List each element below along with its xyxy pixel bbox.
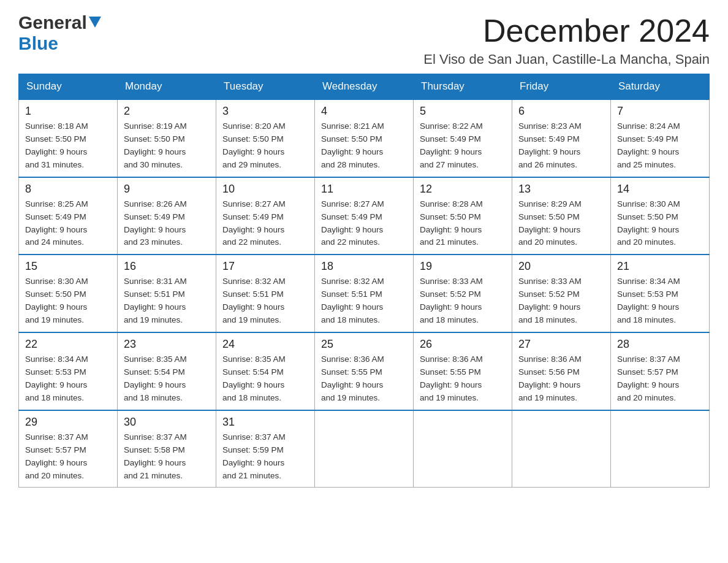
page-header: General Blue December 2024 El Viso de Sa… [18,12,710,67]
svg-marker-0 [89,17,101,28]
calendar-week-row: 8 Sunrise: 8:25 AM Sunset: 5:49 PM Dayli… [19,177,710,255]
day-info: Sunrise: 8:31 AM Sunset: 5:51 PM Dayligh… [124,275,210,327]
col-saturday: Saturday [611,74,710,100]
day-number: 12 [420,183,506,196]
day-info: Sunrise: 8:37 AM Sunset: 5:57 PM Dayligh… [617,353,703,405]
calendar-week-row: 22 Sunrise: 8:34 AM Sunset: 5:53 PM Dayl… [19,332,710,410]
day-number: 4 [321,105,407,118]
day-info: Sunrise: 8:25 AM Sunset: 5:49 PM Dayligh… [25,198,111,250]
day-number: 11 [321,183,407,196]
day-info: Sunrise: 8:32 AM Sunset: 5:51 PM Dayligh… [321,275,407,327]
calendar-table: Sunday Monday Tuesday Wednesday Thursday… [18,74,710,488]
day-info: Sunrise: 8:36 AM Sunset: 5:55 PM Dayligh… [420,353,506,405]
day-info: Sunrise: 8:37 AM Sunset: 5:58 PM Dayligh… [124,431,210,483]
day-info: Sunrise: 8:30 AM Sunset: 5:50 PM Dayligh… [617,198,703,250]
calendar-day-cell [512,410,611,488]
calendar-week-row: 1 Sunrise: 8:18 AM Sunset: 5:50 PM Dayli… [19,99,710,177]
day-number: 30 [124,416,210,429]
calendar-day-cell: 3 Sunrise: 8:20 AM Sunset: 5:50 PM Dayli… [216,99,315,177]
day-number: 8 [25,183,111,196]
calendar-week-row: 15 Sunrise: 8:30 AM Sunset: 5:50 PM Dayl… [19,255,710,332]
day-number: 20 [518,260,604,273]
calendar-day-cell: 31 Sunrise: 8:37 AM Sunset: 5:59 PM Dayl… [216,410,315,488]
day-number: 1 [25,105,111,118]
calendar-day-cell: 28 Sunrise: 8:37 AM Sunset: 5:57 PM Dayl… [611,332,710,410]
col-tuesday: Tuesday [216,74,315,100]
calendar-day-cell: 24 Sunrise: 8:35 AM Sunset: 5:54 PM Dayl… [216,332,315,410]
calendar-day-cell: 27 Sunrise: 8:36 AM Sunset: 5:56 PM Dayl… [512,332,611,410]
day-info: Sunrise: 8:21 AM Sunset: 5:50 PM Dayligh… [321,120,407,172]
day-number: 24 [222,338,308,351]
day-number: 27 [518,338,604,351]
month-title: December 2024 [423,12,710,49]
calendar-day-cell: 4 Sunrise: 8:21 AM Sunset: 5:50 PM Dayli… [315,99,414,177]
day-info: Sunrise: 8:34 AM Sunset: 5:53 PM Dayligh… [25,353,111,405]
col-wednesday: Wednesday [315,74,414,100]
calendar-day-cell: 11 Sunrise: 8:27 AM Sunset: 5:49 PM Dayl… [315,177,414,255]
calendar-day-cell: 20 Sunrise: 8:33 AM Sunset: 5:52 PM Dayl… [512,255,611,332]
day-info: Sunrise: 8:37 AM Sunset: 5:57 PM Dayligh… [25,431,111,483]
day-number: 28 [617,338,703,351]
calendar-day-cell: 18 Sunrise: 8:32 AM Sunset: 5:51 PM Dayl… [315,255,414,332]
calendar-day-cell: 10 Sunrise: 8:27 AM Sunset: 5:49 PM Dayl… [216,177,315,255]
day-number: 9 [124,183,210,196]
day-info: Sunrise: 8:27 AM Sunset: 5:49 PM Dayligh… [321,198,407,250]
day-number: 23 [124,338,210,351]
calendar-day-cell: 19 Sunrise: 8:33 AM Sunset: 5:52 PM Dayl… [414,255,512,332]
day-number: 3 [222,105,308,118]
calendar-day-cell: 12 Sunrise: 8:28 AM Sunset: 5:50 PM Dayl… [414,177,512,255]
day-info: Sunrise: 8:37 AM Sunset: 5:59 PM Dayligh… [222,431,308,483]
day-info: Sunrise: 8:35 AM Sunset: 5:54 PM Dayligh… [124,353,210,405]
calendar-day-cell: 29 Sunrise: 8:37 AM Sunset: 5:57 PM Dayl… [19,410,118,488]
day-info: Sunrise: 8:32 AM Sunset: 5:51 PM Dayligh… [222,275,308,327]
calendar-day-cell [611,410,710,488]
calendar-day-cell: 7 Sunrise: 8:24 AM Sunset: 5:49 PM Dayli… [611,99,710,177]
calendar-day-cell: 1 Sunrise: 8:18 AM Sunset: 5:50 PM Dayli… [19,99,118,177]
calendar-day-cell: 9 Sunrise: 8:26 AM Sunset: 5:49 PM Dayli… [118,177,216,255]
calendar-day-cell: 6 Sunrise: 8:23 AM Sunset: 5:49 PM Dayli… [512,99,611,177]
calendar-day-cell [315,410,414,488]
day-info: Sunrise: 8:19 AM Sunset: 5:50 PM Dayligh… [124,120,210,172]
calendar-day-cell: 13 Sunrise: 8:29 AM Sunset: 5:50 PM Dayl… [512,177,611,255]
day-number: 21 [617,260,703,273]
day-number: 14 [617,183,703,196]
day-number: 25 [321,338,407,351]
day-number: 19 [420,260,506,273]
day-number: 15 [25,260,111,273]
day-info: Sunrise: 8:33 AM Sunset: 5:52 PM Dayligh… [420,275,506,327]
day-info: Sunrise: 8:30 AM Sunset: 5:50 PM Dayligh… [25,275,111,327]
calendar-day-cell: 21 Sunrise: 8:34 AM Sunset: 5:53 PM Dayl… [611,255,710,332]
logo-general-text: General [18,12,87,33]
calendar-day-cell: 25 Sunrise: 8:36 AM Sunset: 5:55 PM Dayl… [315,332,414,410]
day-info: Sunrise: 8:20 AM Sunset: 5:50 PM Dayligh… [222,120,308,172]
day-info: Sunrise: 8:24 AM Sunset: 5:49 PM Dayligh… [617,120,703,172]
calendar-day-cell [414,410,512,488]
calendar-day-cell: 23 Sunrise: 8:35 AM Sunset: 5:54 PM Dayl… [118,332,216,410]
day-info: Sunrise: 8:28 AM Sunset: 5:50 PM Dayligh… [420,198,506,250]
day-number: 6 [518,105,604,118]
col-sunday: Sunday [19,74,118,100]
calendar-day-cell: 30 Sunrise: 8:37 AM Sunset: 5:58 PM Dayl… [118,410,216,488]
logo: General Blue [18,12,101,54]
day-info: Sunrise: 8:33 AM Sunset: 5:52 PM Dayligh… [518,275,604,327]
calendar-day-cell: 5 Sunrise: 8:22 AM Sunset: 5:49 PM Dayli… [414,99,512,177]
day-number: 13 [518,183,604,196]
calendar-header-row: Sunday Monday Tuesday Wednesday Thursday… [19,74,710,100]
calendar-day-cell: 26 Sunrise: 8:36 AM Sunset: 5:55 PM Dayl… [414,332,512,410]
logo-blue-text: Blue [18,33,58,54]
day-info: Sunrise: 8:22 AM Sunset: 5:49 PM Dayligh… [420,120,506,172]
day-number: 17 [222,260,308,273]
day-info: Sunrise: 8:26 AM Sunset: 5:49 PM Dayligh… [124,198,210,250]
col-thursday: Thursday [414,74,512,100]
calendar-day-cell: 16 Sunrise: 8:31 AM Sunset: 5:51 PM Dayl… [118,255,216,332]
day-number: 18 [321,260,407,273]
day-number: 29 [25,416,111,429]
day-info: Sunrise: 8:36 AM Sunset: 5:55 PM Dayligh… [321,353,407,405]
col-friday: Friday [512,74,611,100]
day-number: 31 [222,416,308,429]
day-info: Sunrise: 8:18 AM Sunset: 5:50 PM Dayligh… [25,120,111,172]
day-number: 22 [25,338,111,351]
calendar-day-cell: 2 Sunrise: 8:19 AM Sunset: 5:50 PM Dayli… [118,99,216,177]
col-monday: Monday [118,74,216,100]
calendar-day-cell: 22 Sunrise: 8:34 AM Sunset: 5:53 PM Dayl… [19,332,118,410]
